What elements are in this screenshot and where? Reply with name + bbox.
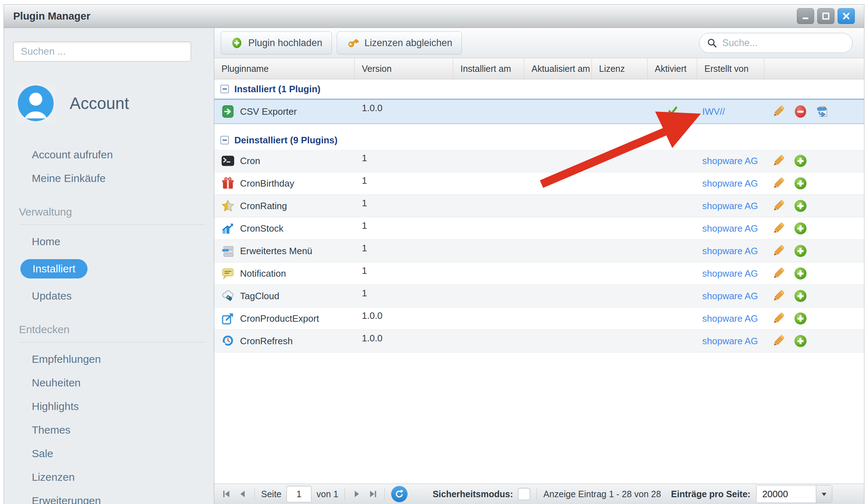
sidebar-item-label: Themes — [32, 424, 70, 436]
table-row[interactable]: TagCloud1shopware AG — [214, 285, 864, 307]
edit-icon[interactable] — [771, 288, 786, 303]
entries-per-page-select[interactable]: 20000 — [756, 485, 832, 503]
install-icon[interactable] — [793, 153, 808, 168]
maximize-button[interactable] — [817, 8, 834, 24]
match-licenses-button[interactable]: Lizenzen abgleichen — [337, 31, 462, 54]
creator-link[interactable]: shopware AG — [702, 155, 758, 167]
table-row[interactable]: Cron1shopware AG — [214, 150, 864, 172]
creator-link[interactable]: shopware AG — [702, 246, 758, 257]
creator-cell: shopware AG — [697, 155, 764, 167]
sidebar-item-installiert[interactable]: Installiert — [20, 253, 214, 284]
column-header-installiert-am[interactable]: Installiert am — [453, 58, 524, 79]
table-row[interactable]: Erweitertes Menü1shopware AG — [214, 240, 864, 262]
table-row[interactable]: CronRefresh1.0.0shopware AG — [214, 330, 864, 352]
creator-link[interactable]: shopware AG — [702, 268, 758, 279]
table-row[interactable]: Notification1shopware AG — [214, 262, 864, 285]
creator-link[interactable]: shopware AG — [702, 178, 758, 189]
first-page-button[interactable] — [221, 489, 232, 499]
plugin-name: CronRefresh — [240, 336, 293, 347]
column-header-aktualisiert-am[interactable]: Aktualisiert am — [524, 58, 592, 79]
creator-link[interactable]: shopware AG — [702, 291, 758, 302]
page-number-input[interactable] — [286, 486, 311, 502]
grid-toolbar: Plugin hochladen Lizenzen abgleichen — [214, 28, 864, 58]
last-page-button[interactable] — [367, 489, 378, 499]
sidebar-section-items: EmpfehlungenNeuheitenHighlightsThemesSal… — [4, 347, 214, 504]
sidebar-item-lizenzen[interactable]: Lizenzen — [32, 465, 214, 489]
creator-link[interactable]: shopware AG — [702, 313, 758, 324]
creator-link[interactable]: IWV// — [702, 106, 725, 117]
edit-icon[interactable] — [771, 198, 786, 213]
plugin-name-cell: CronBirthday — [214, 177, 355, 190]
table-row[interactable]: CSV Exporter1.0.0IWV// — [214, 99, 864, 124]
edit-icon[interactable] — [771, 266, 786, 281]
column-header-pluginname[interactable]: Pluginname — [214, 58, 355, 79]
sidebar-item-empfehlungen[interactable]: Empfehlungen — [32, 347, 214, 371]
table-row[interactable]: CronRating1shopware AG — [214, 195, 864, 217]
sidebar-item-label: Empfehlungen — [32, 353, 101, 365]
delete-icon[interactable] — [815, 104, 830, 119]
dropdown-button[interactable] — [816, 485, 832, 503]
minimize-button[interactable] — [797, 8, 814, 24]
table-row[interactable]: CronStock1shopware AG — [214, 217, 864, 240]
plugin-name: Notification — [240, 268, 286, 279]
table-row[interactable]: CronBirthday1shopware AG — [214, 172, 864, 195]
entries-per-page-value: 20000 — [757, 489, 816, 500]
install-icon[interactable] — [793, 311, 808, 326]
entries-per-page-group: Einträge pro Seite: 20000 — [671, 485, 832, 503]
sidebar-item-label: Sale — [32, 448, 53, 459]
install-icon[interactable] — [793, 266, 808, 281]
uninstall-icon[interactable] — [793, 104, 808, 119]
column-header-actions[interactable] — [764, 58, 864, 79]
install-icon[interactable] — [793, 221, 808, 236]
table-row[interactable]: CronProductExport1.0.0shopware AG — [214, 307, 864, 330]
sidebar-item-home[interactable]: Home — [32, 230, 214, 253]
edit-icon[interactable] — [771, 221, 786, 236]
edit-icon[interactable] — [771, 333, 786, 349]
install-icon[interactable] — [793, 333, 808, 349]
column-header-version[interactable]: Version — [355, 58, 453, 79]
sidebar-item-label: Neuheiten — [32, 377, 81, 389]
window-title: Plugin Manager — [13, 10, 90, 22]
search-icon — [707, 38, 717, 48]
sidebar-item-meine-eink-ufe[interactable]: Meine Einkäufe — [32, 167, 214, 190]
install-icon[interactable] — [793, 243, 808, 258]
sidebar-item-erweiterungen[interactable]: Erweiterungen — [32, 489, 214, 504]
creator-link[interactable]: shopware AG — [702, 336, 758, 347]
edit-icon[interactable] — [771, 243, 786, 258]
sidebar-section-verwaltung: Verwaltung — [19, 206, 205, 225]
maximize-icon — [820, 11, 831, 21]
previous-page-button[interactable] — [237, 489, 248, 499]
sidebar-search-input[interactable] — [13, 41, 191, 61]
account-menu: Account aufrufenMeine Einkäufe — [4, 143, 214, 190]
install-icon[interactable] — [793, 198, 808, 213]
column-header-erstellt-von[interactable]: Erstellt von — [697, 58, 764, 79]
group-header-row[interactable]: Installiert (1 Plugin) — [214, 79, 864, 99]
next-page-button[interactable] — [351, 489, 362, 499]
column-header-aktiviert[interactable]: Aktiviert — [648, 58, 697, 79]
grid-search-input[interactable] — [722, 37, 849, 49]
creator-link[interactable]: shopware AG — [702, 201, 758, 212]
refresh-button[interactable] — [391, 486, 408, 502]
column-header-lizenz[interactable]: Lizenz — [592, 58, 648, 79]
edit-icon[interactable] — [771, 176, 786, 191]
sidebar-item-themes[interactable]: Themes — [32, 418, 214, 442]
upload-plugin-button[interactable]: Plugin hochladen — [221, 31, 332, 54]
sidebar-item-updates[interactable]: Updates — [32, 284, 214, 308]
group-header-row[interactable]: Deinstalliert (9 Plugins) — [214, 130, 864, 150]
menu-stack-icon — [221, 244, 234, 257]
edit-icon[interactable] — [771, 153, 786, 168]
collapse-icon[interactable] — [220, 135, 229, 145]
edit-icon[interactable] — [771, 311, 786, 326]
sidebar-item-highlights[interactable]: Highlights — [32, 395, 214, 418]
edit-icon[interactable] — [771, 104, 786, 119]
sidebar-item-account-aufrufen[interactable]: Account aufrufen — [32, 143, 214, 167]
collapse-icon[interactable] — [220, 84, 229, 94]
install-icon[interactable] — [793, 176, 808, 191]
close-button[interactable] — [838, 8, 855, 24]
install-icon[interactable] — [793, 288, 808, 303]
security-mode-checkbox[interactable] — [518, 488, 530, 500]
window-titlebar[interactable]: Plugin Manager — [4, 5, 864, 28]
creator-link[interactable]: shopware AG — [702, 223, 758, 234]
sidebar-item-sale[interactable]: Sale — [32, 442, 214, 465]
sidebar-item-neuheiten[interactable]: Neuheiten — [32, 371, 214, 395]
